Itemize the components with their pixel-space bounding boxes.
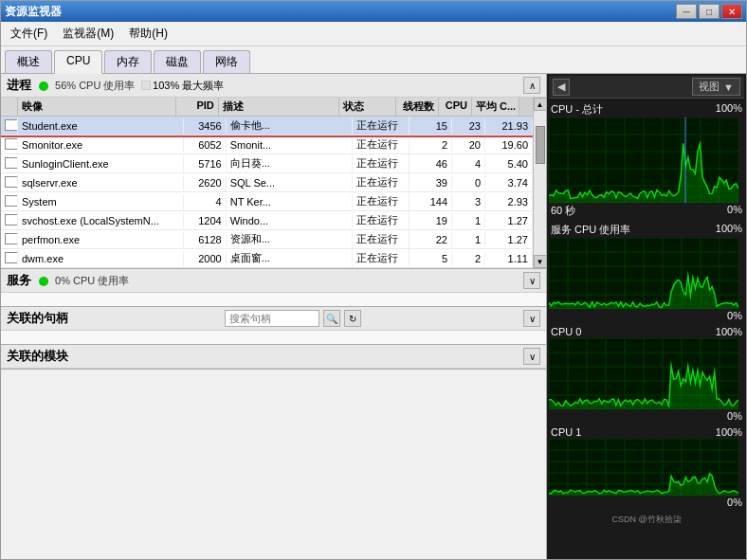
row-cpu-5: 1 [452, 213, 485, 228]
search-icon-button[interactable]: 🔍 [323, 310, 340, 327]
row-avgcpu-2: 5.40 [485, 156, 533, 172]
row-checkbox-2[interactable] [1, 155, 18, 172]
table-row[interactable]: SunloginClient.exe 5716 向日葵... 正在运行 46 4… [1, 154, 533, 173]
process-section-header[interactable]: 进程 56% CPU 使用率 103% 最大频率 ∧ [1, 74, 546, 98]
chart-pct-3: 100% [716, 426, 742, 438]
search-refresh-button[interactable]: ↻ [344, 310, 361, 327]
chart-label-1: 服务 CPU 使用率100% [549, 222, 744, 238]
handles-section-header[interactable]: 关联的句柄 🔍 ↻ ∨ [1, 307, 546, 331]
right-panel-expand-button[interactable]: ◀ [553, 79, 570, 96]
row-checkbox-6[interactable] [1, 231, 18, 248]
row-cpu-0: 23 [452, 118, 485, 134]
chart-bottom-right-3: 0% [727, 497, 742, 508]
col-header-image[interactable]: 映像 [18, 98, 176, 116]
chart-title-0: CPU - 总计 [551, 102, 603, 117]
scroll-down-arrow[interactable]: ▼ [534, 255, 547, 268]
row-pid-1: 6052 [184, 137, 227, 153]
col-header-status[interactable]: 状态 [339, 98, 396, 116]
handles-search-input[interactable] [225, 310, 319, 327]
charts-container: CPU - 总计100%60 秒0%服务 CPU 使用率100%0%CPU 01… [549, 99, 744, 512]
row-avgcpu-0: 21.93 [485, 118, 533, 134]
row-image-6: perfmon.exe [18, 232, 184, 247]
chart-bottom-right-1: 0% [727, 310, 742, 321]
row-pid-3: 2620 [184, 175, 227, 190]
row-checkbox-4[interactable] [1, 193, 18, 210]
col-header-threads[interactable]: 线程数 [396, 98, 439, 116]
col-header-avgcpu[interactable]: 平均 C... [472, 98, 519, 116]
services-section-header[interactable]: 服务 0% CPU 使用率 ∨ [1, 269, 546, 293]
right-panel-view-button[interactable]: 视图 ▼ [692, 78, 740, 96]
process-section-inner: 映像 PID 描述 状态 线程数 CPU 平均 C... Student.e [1, 98, 546, 268]
row-avgcpu-6: 1.27 [485, 232, 533, 247]
row-cpu-1: 20 [452, 137, 485, 153]
process-collapse-button[interactable]: ∧ [523, 77, 540, 94]
table-row[interactable]: System 4 NT Ker... 正在运行 144 3 2.93 [1, 192, 533, 211]
chart-bottom-right-2: 0% [727, 410, 742, 422]
scroll-thumb[interactable] [536, 126, 545, 164]
maximize-button[interactable]: □ [699, 4, 720, 19]
search-bar: 🔍 ↻ [225, 310, 367, 327]
row-threads-3: 39 [410, 175, 452, 190]
menu-monitor[interactable]: 监视器(M) [57, 24, 119, 44]
row-pid-7: 2000 [184, 251, 227, 266]
row-avgcpu-7: 1.11 [485, 251, 533, 266]
row-status-0: 正在运行 [353, 117, 410, 135]
col-header-desc[interactable]: 描述 [219, 98, 339, 116]
watermark: CSDN @竹秋拾柒 [549, 512, 744, 528]
row-image-2: SunloginClient.exe [18, 156, 184, 172]
handles-collapse-button[interactable]: ∨ [523, 310, 540, 327]
tab-memory[interactable]: 内存 [104, 50, 152, 73]
services-collapse-button[interactable]: ∨ [523, 272, 540, 289]
modules-collapse-button[interactable]: ∨ [523, 348, 540, 365]
col-header-cpu[interactable]: CPU [439, 98, 472, 116]
tab-network[interactable]: 网络 [203, 50, 250, 73]
row-cpu-7: 2 [452, 251, 485, 266]
process-section: 进程 56% CPU 使用率 103% 最大频率 ∧ 映像 [1, 74, 546, 269]
table-row[interactable]: perfmon.exe 6128 资源和... 正在运行 22 1 1.27 [1, 230, 533, 249]
tab-overview[interactable]: 概述 [5, 50, 52, 73]
chart-pct-1: 100% [716, 223, 742, 237]
tab-bar: 概述 CPU 内存 磁盘 网络 [1, 46, 746, 74]
minimize-button[interactable]: ─ [676, 4, 697, 19]
row-image-5: svchost.exe (LocalSystemN... [18, 213, 184, 228]
title-bar-controls: ─ □ ✕ [676, 4, 742, 19]
table-row[interactable]: svchost.exe (LocalSystemN... 1204 Windo.… [1, 211, 533, 230]
chart-label-2: CPU 0100% [549, 325, 744, 338]
table-row[interactable]: Smonitor.exe 6052 Smonit... 正在运行 2 20 19… [1, 135, 533, 154]
chart-bottom-2: 0% [549, 409, 744, 423]
row-checkbox-5[interactable] [1, 212, 18, 229]
modules-section-header[interactable]: 关联的模块 ∨ [1, 345, 546, 369]
row-image-3: sqlservr.exe [18, 175, 184, 190]
row-status-6: 正在运行 [353, 230, 410, 248]
handles-section: 关联的句柄 🔍 ↻ ∨ [1, 307, 546, 345]
services-section: 服务 0% CPU 使用率 ∨ [1, 269, 546, 307]
row-pid-2: 5716 [184, 156, 227, 172]
row-checkbox-7[interactable] [1, 250, 18, 267]
row-desc-1: Smonit... [227, 137, 353, 153]
row-desc-5: Windo... [227, 213, 353, 228]
row-image-0: Student.exe [18, 118, 184, 134]
menu-file[interactable]: 文件(F) [5, 24, 53, 44]
row-checkbox-3[interactable] [1, 174, 18, 191]
row-desc-0: 偷卡他... [227, 117, 353, 135]
tab-disk[interactable]: 磁盘 [154, 50, 201, 73]
chart-title-1: 服务 CPU 使用率 [551, 223, 630, 237]
table-row[interactable]: Student.exe 3456 偷卡他... 正在运行 15 23 21.93 [1, 117, 533, 135]
row-cpu-6: 1 [452, 232, 485, 247]
scroll-up-arrow[interactable]: ▲ [534, 98, 547, 111]
tab-cpu[interactable]: CPU [54, 50, 102, 74]
title-bar: 资源监视器 ─ □ ✕ [1, 1, 746, 22]
chart-pct-2: 100% [716, 326, 742, 337]
process-scrollbar[interactable]: ▲ ▼ [533, 98, 546, 268]
col-header-pid[interactable]: PID [176, 98, 219, 116]
close-button[interactable]: ✕ [721, 4, 742, 19]
row-image-7: dwm.exe [18, 251, 184, 266]
table-row[interactable]: dwm.exe 2000 桌面窗... 正在运行 5 2 1.11 [1, 249, 533, 268]
row-checkbox-1[interactable] [1, 136, 18, 154]
table-row[interactable]: sqlservr.exe 2620 SQL Se... 正在运行 39 0 3.… [1, 173, 533, 192]
chart-bottom-right-0: 0% [727, 204, 742, 218]
row-checkbox-0[interactable] [1, 117, 18, 135]
row-threads-0: 15 [410, 118, 452, 134]
menu-help[interactable]: 帮助(H) [123, 24, 173, 44]
handles-section-title: 关联的句柄 [7, 310, 68, 327]
